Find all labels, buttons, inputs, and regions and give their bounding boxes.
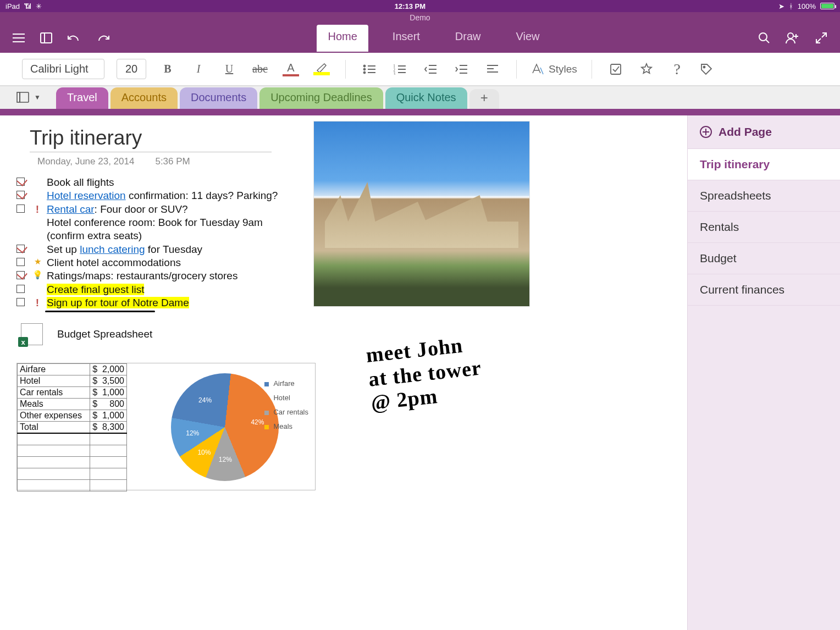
svg-rect-12 (17, 92, 20, 102)
styles-button[interactable]: Styles (531, 60, 577, 79)
pie-slice-label: 12% (186, 429, 199, 437)
page-item-budget[interactable]: Budget (688, 243, 840, 274)
todo-row[interactable]: 💡Ratings/maps: restaurants/grocery store… (16, 269, 278, 283)
todo-row[interactable]: Hotel conference room: Book for Tuesday … (16, 216, 278, 243)
undo-icon[interactable] (67, 32, 81, 43)
todo-checkbox[interactable] (16, 298, 25, 306)
font-size-select[interactable]: 20 (117, 59, 146, 79)
todo-text: Sign up for tour of Notre Dame (47, 296, 189, 310)
todo-row[interactable]: !Rental car: Four door or SUV? (16, 203, 278, 216)
pie-slice-label: 24% (198, 396, 212, 404)
embedded-image[interactable] (313, 121, 530, 307)
device-label: iPad (5, 2, 20, 10)
table-row-label: Car rentals (18, 387, 90, 399)
indent-button[interactable] (452, 60, 471, 79)
todo-checkbox[interactable] (16, 178, 25, 186)
table-row-label: Airfare (18, 364, 90, 375)
todo-row[interactable]: Set up lunch catering for Tuesday (16, 243, 278, 256)
todo-checkbox[interactable] (16, 258, 25, 266)
budget-table: Airfare$ 2,000Hotel$ 3,500Car rentals$ 1… (17, 363, 127, 490)
table-total-label: Total (18, 422, 90, 434)
handwriting-note[interactable]: meet John at the tower @ 2pm (365, 332, 485, 416)
svg-point-5 (363, 71, 366, 74)
battery-pct: 100% (798, 2, 816, 10)
panel-toggle-icon[interactable] (40, 31, 53, 45)
battery-icon (820, 3, 835, 9)
pie-chart (171, 373, 279, 481)
hamburger-icon[interactable] (12, 32, 25, 43)
section-tab-documents[interactable]: Documents (180, 87, 257, 109)
svg-point-3 (363, 65, 366, 67)
italic-button[interactable]: I (189, 60, 208, 79)
page-item-current-finances[interactable]: Current finances (688, 274, 840, 306)
todo-row[interactable]: Create final guest list (16, 283, 278, 296)
page-item-trip-itinerary[interactable]: Trip itinerary (688, 149, 840, 180)
todo-row[interactable]: Hotel reservation confirmation: 11 days?… (16, 189, 278, 202)
font-name-select[interactable]: Calibri Light (22, 59, 104, 79)
pie-slice-label: 12% (219, 456, 232, 463)
note-canvas[interactable]: Trip itinerary Monday, June 23, 2014 5:3… (0, 115, 687, 630)
activity-icon: ✳ (36, 2, 42, 10)
idea-tag-icon: 💡 (32, 269, 43, 280)
align-button[interactable] (483, 60, 502, 79)
numbered-list-button[interactable]: 123 (391, 60, 410, 79)
section-tab-travel[interactable]: Travel (56, 87, 108, 109)
section-tab-upcoming-deadlines[interactable]: Upcoming Deadlines (259, 87, 383, 109)
question-tag-button[interactable]: ? (668, 60, 687, 79)
file-attachment[interactable]: Budget Spreadsheet (21, 323, 152, 345)
highlighter-button[interactable] (312, 60, 331, 79)
add-page-button[interactable]: Add Page (688, 115, 840, 149)
todo-row[interactable]: ★Client hotel accommodations (16, 256, 278, 269)
budget-chart[interactable]: Airfare$ 2,000Hotel$ 3,500Car rentals$ 1… (16, 363, 316, 490)
svg-rect-9 (611, 64, 621, 74)
todo-checkbox[interactable] (16, 285, 25, 293)
underline-button[interactable]: U (220, 60, 239, 79)
page-item-spreadsheets[interactable]: Spreadsheets (688, 180, 840, 212)
todo-checkbox[interactable] (16, 245, 25, 253)
todo-text: Client hotel accommodations (47, 256, 181, 269)
todo-checkbox[interactable] (16, 191, 25, 199)
todo-tag-button[interactable] (606, 60, 625, 79)
svg-point-4 (363, 68, 366, 70)
ribbon-tab-home[interactable]: Home (317, 25, 368, 52)
ribbon-tab-insert[interactable]: Insert (382, 25, 431, 52)
page-title[interactable]: Trip itinerary (30, 126, 142, 150)
excel-icon (21, 323, 43, 345)
redo-icon[interactable] (96, 32, 110, 43)
bold-button[interactable]: B (158, 60, 177, 79)
todo-text: Set up lunch catering for Tuesday (47, 243, 202, 256)
section-tab-accounts[interactable]: Accounts (110, 87, 178, 109)
chevron-down-icon: ▼ (34, 93, 41, 101)
todo-row[interactable]: !Sign up for tour of Notre Dame (16, 296, 278, 310)
wifi-icon: 📶︎ (24, 2, 31, 10)
page-item-rentals[interactable]: Rentals (688, 212, 840, 243)
table-row-amount: $ 1,000 (90, 410, 127, 422)
fullscreen-icon[interactable] (815, 31, 828, 45)
page-time: 5:36 PM (155, 156, 190, 167)
svg-rect-0 (41, 33, 52, 43)
todo-text: Rental car: Four door or SUV? (47, 203, 188, 216)
ribbon-tab-view[interactable]: View (505, 25, 551, 52)
add-section-button[interactable]: + (469, 89, 499, 109)
pie-slice-label: 10% (197, 449, 211, 456)
todo-text: Create final guest list (47, 283, 144, 296)
todo-checkbox[interactable] (16, 205, 25, 213)
star-tag-button[interactable] (637, 60, 656, 79)
notebook-dropdown[interactable]: ▼ (11, 89, 46, 109)
svg-point-10 (703, 66, 705, 68)
share-user-icon[interactable] (785, 31, 800, 45)
bulleted-list-button[interactable] (360, 60, 379, 79)
ink-underline (45, 311, 155, 312)
app-header: Demo HomeInsertDrawView (0, 12, 840, 53)
search-icon[interactable] (758, 31, 771, 45)
strikethrough-button[interactable]: abc (251, 60, 269, 79)
todo-row[interactable]: Book all flights (16, 176, 278, 189)
legend-item: Meals (264, 419, 308, 434)
table-row-amount: $ 800 (90, 399, 127, 410)
section-tab-quick-notes[interactable]: Quick Notes (385, 87, 467, 109)
ribbon-tab-draw[interactable]: Draw (444, 25, 492, 52)
tags-dropdown-button[interactable] (699, 60, 717, 79)
outdent-button[interactable] (422, 60, 440, 79)
font-color-button[interactable]: A (281, 60, 300, 79)
todo-checkbox[interactable] (16, 271, 25, 279)
